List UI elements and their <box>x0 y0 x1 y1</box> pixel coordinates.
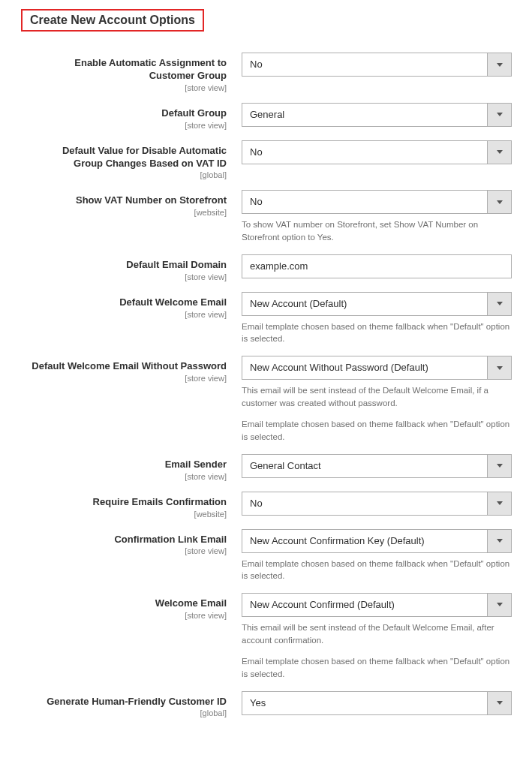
field-show-vat: Show VAT Number on Storefront [website] … <box>32 190 518 243</box>
dropdown-button[interactable] <box>487 191 511 213</box>
scope-disable-auto-group: [global] <box>32 170 227 179</box>
select-value: New Account Without Password (Default) <box>242 356 487 379</box>
label-human-friendly-id: Generate Human-Friendly Customer ID <box>47 696 227 707</box>
field-require-confirm: Require Emails Confirmation [website] No <box>32 492 518 519</box>
caret-down-icon <box>497 63 503 67</box>
select-human-friendly-id[interactable]: Yes <box>242 691 512 715</box>
select-value: No <box>242 191 487 213</box>
scope-welcome-confirmed: [store view] <box>32 611 227 620</box>
scope-human-friendly-id: [global] <box>32 708 227 717</box>
select-value: General <box>242 104 487 126</box>
caret-down-icon <box>497 113 503 116</box>
dropdown-button[interactable] <box>487 492 511 515</box>
help-welcome-no-pw-2: Email template chosen based on theme fal… <box>242 418 512 443</box>
dropdown-button[interactable] <box>487 104 511 126</box>
field-email-sender: Email Sender [store view] General Contac… <box>32 454 518 481</box>
help-welcome-confirmed-2: Email template chosen based on theme fal… <box>242 655 512 680</box>
scope-auto-assign: [store view] <box>32 83 227 92</box>
select-auto-assign[interactable]: No <box>242 53 512 77</box>
scope-show-vat: [website] <box>32 208 227 217</box>
select-confirm-link[interactable]: New Account Confirmation Key (Default) <box>242 529 512 553</box>
select-value: No <box>242 141 487 164</box>
scope-email-sender: [store view] <box>32 472 227 481</box>
caret-down-icon <box>497 501 503 505</box>
label-welcome-email: Default Welcome Email <box>119 296 227 308</box>
select-value: New Account Confirmed (Default) <box>242 594 487 616</box>
select-show-vat[interactable]: No <box>242 190 512 214</box>
dropdown-button[interactable] <box>487 594 511 616</box>
help-welcome-confirmed-1: This email will be sent instead of the D… <box>242 621 512 646</box>
input-email-domain[interactable] <box>242 254 512 278</box>
section-title: Create New Account Options <box>21 9 204 32</box>
caret-down-icon <box>497 464 503 468</box>
select-require-confirm[interactable]: No <box>242 492 512 516</box>
label-confirm-link: Confirmation Link Email <box>114 534 227 545</box>
select-value: New Account Confirmation Key (Default) <box>242 530 487 552</box>
dropdown-button[interactable] <box>487 141 511 164</box>
dropdown-button[interactable] <box>487 692 511 714</box>
field-email-domain: Default Email Domain [store view] <box>32 254 518 281</box>
label-disable-auto-group: Default Value for Disable Automatic Grou… <box>62 145 227 169</box>
help-show-vat: To show VAT number on Storefront, set Sh… <box>242 218 512 243</box>
field-confirm-link: Confirmation Link Email [store view] New… <box>32 529 518 582</box>
label-show-vat: Show VAT Number on Storefront <box>76 194 227 206</box>
dropdown-button[interactable] <box>487 530 511 552</box>
label-require-confirm: Require Emails Confirmation <box>93 496 227 507</box>
scope-confirm-link: [store view] <box>32 546 227 555</box>
field-human-friendly-id: Generate Human-Friendly Customer ID [glo… <box>32 691 518 718</box>
select-value: New Account (Default) <box>242 293 487 315</box>
field-auto-assign: Enable Automatic Assignment to Customer … <box>32 53 518 92</box>
caret-down-icon <box>497 603 503 606</box>
dropdown-button[interactable] <box>487 356 511 379</box>
caret-down-icon <box>497 366 503 370</box>
scope-welcome-no-pw: [store view] <box>32 374 227 383</box>
help-welcome-email: Email template chosen based on theme fal… <box>242 320 512 345</box>
scope-email-domain: [store view] <box>32 272 227 281</box>
scope-require-confirm: [website] <box>32 510 227 519</box>
select-value: Yes <box>242 692 487 714</box>
select-value: No <box>242 53 487 76</box>
label-welcome-no-pw: Default Welcome Email Without Password <box>32 360 227 371</box>
select-welcome-email[interactable]: New Account (Default) <box>242 292 512 316</box>
field-welcome-no-pw: Default Welcome Email Without Password [… <box>32 356 518 444</box>
caret-down-icon <box>497 539 503 543</box>
label-email-sender: Email Sender <box>165 459 227 470</box>
field-disable-auto-group: Default Value for Disable Automatic Grou… <box>32 140 518 180</box>
select-email-sender[interactable]: General Contact <box>242 454 512 478</box>
select-value: No <box>242 492 487 515</box>
select-value: General Contact <box>242 455 487 477</box>
help-confirm-link: Email template chosen based on theme fal… <box>242 558 512 582</box>
caret-down-icon <box>497 701 503 705</box>
select-welcome-no-pw[interactable]: New Account Without Password (Default) <box>242 356 512 380</box>
field-default-group: Default Group [store view] General <box>32 103 518 130</box>
scope-default-group: [store view] <box>32 121 227 130</box>
dropdown-button[interactable] <box>487 53 511 76</box>
select-default-group[interactable]: General <box>242 103 512 127</box>
caret-down-icon <box>497 150 503 154</box>
caret-down-icon <box>497 200 503 204</box>
label-welcome-confirmed: Welcome Email <box>155 597 227 609</box>
scope-welcome-email: [store view] <box>32 310 227 319</box>
field-welcome-confirmed: Welcome Email [store view] New Account C… <box>32 593 518 681</box>
field-welcome-email: Default Welcome Email [store view] New A… <box>32 292 518 345</box>
label-default-group: Default Group <box>161 107 227 119</box>
label-auto-assign: Enable Automatic Assignment to Customer … <box>74 57 227 81</box>
dropdown-button[interactable] <box>487 455 511 477</box>
caret-down-icon <box>497 302 503 305</box>
help-welcome-no-pw-1: This email will be sent instead of the D… <box>242 384 512 409</box>
dropdown-button[interactable] <box>487 293 511 315</box>
select-welcome-confirmed[interactable]: New Account Confirmed (Default) <box>242 593 512 617</box>
select-disable-auto-group[interactable]: No <box>242 140 512 164</box>
label-email-domain: Default Email Domain <box>126 259 227 270</box>
